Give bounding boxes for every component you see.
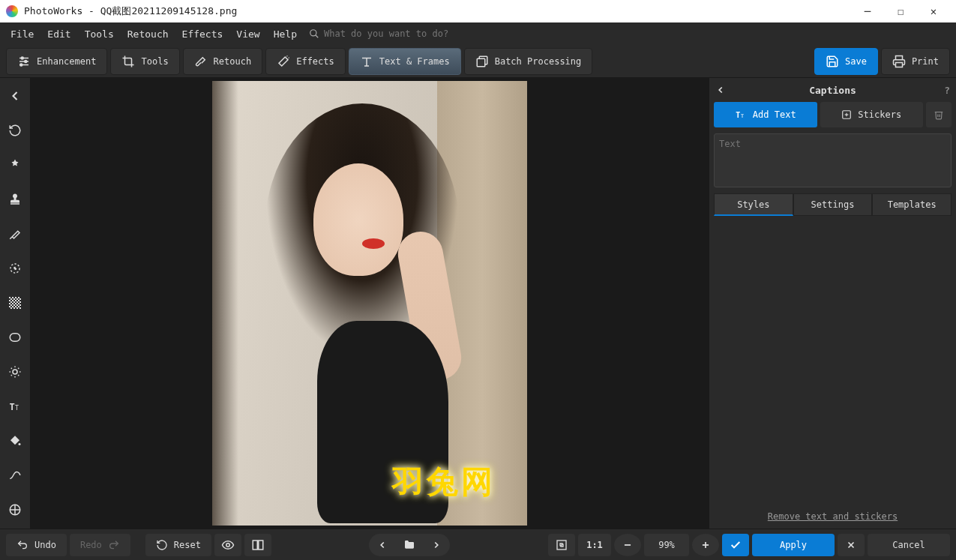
cancel-button[interactable]: Cancel bbox=[868, 534, 950, 556]
caption-textarea[interactable] bbox=[714, 133, 952, 187]
batch-button[interactable]: Batch Processing bbox=[464, 48, 593, 75]
effects-label: Effects bbox=[296, 56, 334, 67]
vignette-button[interactable] bbox=[3, 325, 27, 349]
redo-button[interactable]: Redo bbox=[70, 534, 130, 556]
subtab-templates[interactable]: Templates bbox=[872, 193, 952, 216]
enhancement-button[interactable]: Enhancement bbox=[6, 48, 107, 75]
zoom-in-button[interactable] bbox=[692, 534, 719, 556]
brush-icon bbox=[194, 55, 208, 68]
batch-label: Batch Processing bbox=[495, 56, 582, 67]
svg-text:T: T bbox=[10, 402, 15, 412]
svg-point-0 bbox=[310, 30, 316, 36]
text-frames-button[interactable]: Text & Frames bbox=[349, 48, 461, 75]
back-arrow-button[interactable] bbox=[3, 84, 27, 108]
panel-tabs: TT Add Text Stickers bbox=[709, 102, 956, 132]
close-button[interactable]: ✕ bbox=[917, 0, 950, 22]
menu-retouch[interactable]: Retouch bbox=[121, 25, 175, 43]
reset-label: Reset bbox=[174, 540, 201, 550]
svg-line-25 bbox=[18, 368, 19, 369]
svg-rect-10 bbox=[10, 203, 19, 205]
panel-header: Captions ? bbox=[709, 78, 956, 102]
undo-button[interactable]: Undo bbox=[6, 534, 67, 556]
plus-icon bbox=[841, 109, 852, 120]
subtab-styles[interactable]: Styles bbox=[714, 193, 793, 216]
panel-footer: Remove text and stickers bbox=[709, 502, 956, 529]
brightness-button[interactable] bbox=[3, 360, 27, 384]
svg-line-23 bbox=[18, 375, 19, 376]
tab-add-text[interactable]: TT Add Text bbox=[714, 102, 817, 127]
tools-label: Tools bbox=[141, 56, 168, 67]
nav-prev-button[interactable] bbox=[369, 534, 396, 556]
svg-line-22 bbox=[11, 368, 12, 369]
menu-tools[interactable]: Tools bbox=[79, 25, 120, 43]
print-icon bbox=[892, 55, 906, 68]
nav-group bbox=[369, 534, 450, 556]
right-panel: Captions ? TT Add Text Stickers Styles S… bbox=[709, 78, 956, 529]
save-icon bbox=[826, 55, 839, 68]
panel-back-button[interactable] bbox=[715, 85, 730, 95]
brush-tool-button[interactable] bbox=[3, 222, 27, 246]
cancel-x-button[interactable] bbox=[838, 534, 865, 556]
maximize-button[interactable]: ☐ bbox=[884, 0, 917, 22]
add-text-label: Add Text bbox=[753, 109, 796, 120]
menu-effects[interactable]: Effects bbox=[176, 25, 229, 43]
zoom-out-button[interactable] bbox=[614, 534, 641, 556]
undo-label: Undo bbox=[34, 540, 56, 550]
preview-button[interactable] bbox=[214, 534, 241, 556]
target-button[interactable] bbox=[3, 498, 27, 522]
curve-button[interactable] bbox=[3, 463, 27, 487]
svg-point-12 bbox=[14, 268, 16, 270]
canvas-area[interactable]: 羽兔网 bbox=[30, 78, 709, 529]
effects-button[interactable]: Effects bbox=[265, 48, 346, 75]
menu-edit[interactable]: Edit bbox=[41, 25, 76, 43]
stamp-button[interactable] bbox=[3, 187, 27, 211]
svg-rect-16 bbox=[10, 334, 20, 342]
undo-icon bbox=[16, 539, 28, 551]
main-area: TT 羽兔网 Captions ? TT Add Text bbox=[0, 78, 956, 529]
rotate-button[interactable] bbox=[3, 118, 27, 142]
tab-stickers[interactable]: Stickers bbox=[820, 102, 924, 127]
zoom-value[interactable]: 99% bbox=[644, 534, 689, 556]
menu-file[interactable]: File bbox=[4, 25, 40, 43]
left-toolbar: TT bbox=[0, 78, 30, 529]
apply-check-button[interactable] bbox=[722, 534, 749, 556]
nav-folder-button[interactable] bbox=[396, 534, 423, 556]
subtab-settings[interactable]: Settings bbox=[793, 193, 873, 216]
print-label: Print bbox=[912, 56, 939, 67]
save-button[interactable]: Save bbox=[814, 48, 878, 75]
main-toolbar: Enhancement Tools Retouch Effects Text &… bbox=[0, 45, 956, 78]
photo-preview: 羽兔网 bbox=[212, 81, 527, 526]
search-input[interactable] bbox=[324, 28, 474, 39]
gradient-button[interactable] bbox=[3, 291, 27, 315]
actual-size-button[interactable]: 1:1 bbox=[578, 534, 611, 556]
search-icon bbox=[309, 28, 319, 39]
print-button[interactable]: Print bbox=[881, 48, 950, 75]
menu-view[interactable]: View bbox=[230, 25, 265, 43]
radial-button[interactable] bbox=[3, 256, 27, 280]
svg-rect-8 bbox=[477, 58, 485, 67]
fill-button[interactable] bbox=[3, 429, 27, 453]
nav-next-button[interactable] bbox=[423, 534, 450, 556]
app-title: PhotoWorks - QQ截图20211209145128.png bbox=[24, 4, 237, 18]
compare-button[interactable] bbox=[244, 534, 271, 556]
text-tool-button[interactable]: TT bbox=[3, 394, 27, 418]
reset-button[interactable]: Reset bbox=[145, 534, 211, 556]
panel-help-button[interactable]: ? bbox=[935, 85, 950, 96]
fit-button[interactable] bbox=[548, 534, 575, 556]
delete-button[interactable] bbox=[926, 102, 952, 127]
sliders-icon bbox=[17, 55, 31, 68]
svg-line-24 bbox=[11, 375, 12, 376]
remove-text-link[interactable]: Remove text and stickers bbox=[768, 511, 898, 522]
retouch-button[interactable]: Retouch bbox=[183, 48, 263, 75]
tools-button[interactable]: Tools bbox=[110, 48, 179, 75]
bottom-bar: Undo Redo Reset 1:1 99% Apply Cancel bbox=[0, 529, 956, 560]
minimize-button[interactable]: ─ bbox=[851, 0, 884, 22]
enhancement-label: Enhancement bbox=[37, 56, 96, 67]
svg-point-37 bbox=[226, 543, 230, 547]
healing-button[interactable] bbox=[3, 153, 27, 177]
apply-button[interactable]: Apply bbox=[752, 534, 835, 556]
svg-rect-9 bbox=[895, 62, 902, 67]
stickers-label: Stickers bbox=[858, 109, 901, 120]
retouch-label: Retouch bbox=[214, 56, 252, 67]
menu-help[interactable]: Help bbox=[268, 25, 303, 43]
